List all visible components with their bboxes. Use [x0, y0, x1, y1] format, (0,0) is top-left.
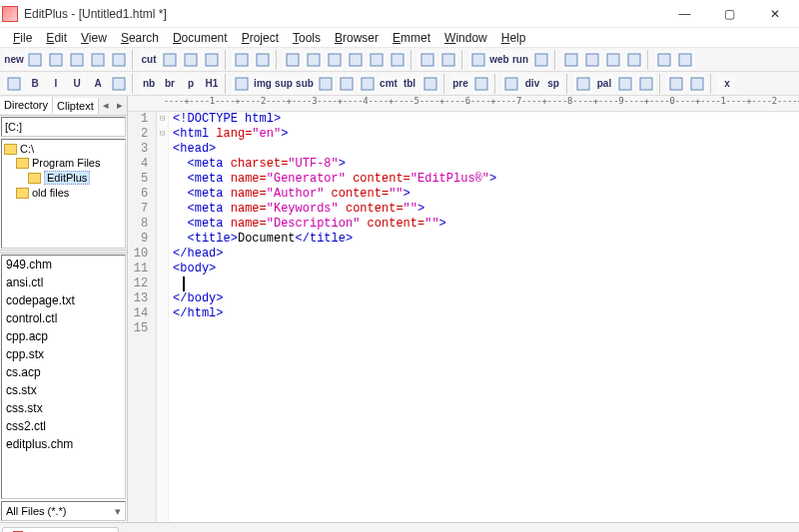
file-item[interactable]: css2.ctl [2, 417, 125, 435]
tool-run[interactable]: run [510, 50, 530, 70]
tool-saveall[interactable] [67, 50, 87, 70]
tool-edit[interactable] [573, 74, 593, 94]
side-splitter[interactable] [0, 250, 127, 254]
tree-node[interactable]: EditPlus [4, 170, 123, 186]
tool-find[interactable] [283, 50, 303, 70]
code-area[interactable]: 123456789101112131415 ⊟⊟ <!DOCTYPE html>… [128, 112, 799, 522]
tree-node[interactable]: C:\ [4, 142, 123, 156]
tool-record[interactable] [4, 74, 24, 94]
tool-note[interactable] [615, 74, 635, 94]
tool-p[interactable]: p [181, 74, 201, 94]
tool-undo[interactable] [232, 50, 252, 70]
file-item[interactable]: 949.chm [2, 256, 125, 273]
tool-copy[interactable] [160, 50, 180, 70]
tool-font[interactable] [501, 74, 521, 94]
tool-paste[interactable] [181, 50, 201, 70]
menu-emmet[interactable]: Emmet [386, 29, 437, 47]
tool-indent-l[interactable] [417, 50, 437, 70]
file-item[interactable]: editplus.chm [2, 435, 125, 453]
tool-x[interactable]: x [717, 74, 737, 94]
menu-tools[interactable]: Tools [286, 29, 328, 47]
tool-replace[interactable] [304, 50, 324, 70]
tool-win2[interactable] [582, 50, 602, 70]
tool-goto[interactable] [325, 50, 345, 70]
tool-preview[interactable] [109, 50, 129, 70]
tool-code[interactable] [337, 74, 357, 94]
menu-project[interactable]: Project [235, 29, 286, 47]
file-item[interactable]: css.stx [2, 399, 125, 417]
file-item[interactable]: control.ctl [2, 309, 125, 327]
tool-sup[interactable]: sup [274, 74, 294, 94]
file-item[interactable]: cpp.stx [2, 345, 125, 363]
menu-file[interactable]: File [6, 29, 39, 47]
tool-win1[interactable] [561, 50, 581, 70]
tool-lineno[interactable] [388, 50, 407, 70]
tool-tbl[interactable]: tbl [400, 74, 419, 94]
tool-list[interactable] [471, 74, 491, 94]
code-text[interactable]: <!DOCTYPE html><html lang="en"><head> <m… [169, 112, 799, 522]
tool-U[interactable]: U [67, 74, 87, 94]
tool-spell[interactable] [346, 50, 366, 70]
tool-indent-r[interactable] [438, 50, 458, 70]
tool-nb[interactable]: nb [139, 74, 159, 94]
file-item[interactable]: cs.acp [2, 363, 125, 381]
menu-view[interactable]: View [74, 29, 114, 47]
tool-win4[interactable] [624, 50, 644, 70]
tool-B[interactable]: B [25, 74, 45, 94]
tool-redo[interactable] [253, 50, 273, 70]
tool-save[interactable] [46, 50, 66, 70]
tool-new[interactable]: new [4, 50, 24, 70]
tool-sub[interactable]: sub [295, 74, 315, 94]
tool-div[interactable]: div [522, 74, 542, 94]
tool-opts[interactable] [654, 50, 674, 70]
tab-cliptext[interactable]: Cliptext [53, 98, 99, 114]
maximize-button[interactable]: ▢ [707, 0, 752, 28]
tool-sp[interactable]: sp [543, 74, 563, 94]
minimize-button[interactable]: — [662, 0, 707, 28]
menu-search[interactable]: Search [114, 29, 166, 47]
tool-A[interactable]: A [88, 74, 108, 94]
tool-open[interactable] [25, 50, 45, 70]
tool-cut[interactable]: cut [139, 50, 159, 70]
file-list[interactable]: 949.chmansi.ctlcodepage.txtcontrol.ctlcp… [1, 255, 126, 499]
fold-column[interactable]: ⊟⊟ [157, 112, 169, 522]
tool-help[interactable] [675, 50, 695, 70]
tool-anchor[interactable] [232, 74, 252, 94]
tool-quote[interactable] [358, 74, 378, 94]
tool-cmt[interactable]: cmt [379, 74, 399, 94]
tool-cfg2[interactable] [687, 74, 707, 94]
tool-cfg1[interactable] [666, 74, 686, 94]
directory-tree[interactable]: C:\Program FilesEditPlusold files [1, 139, 126, 249]
file-item[interactable]: codepage.txt [2, 291, 125, 309]
tool-I[interactable]: I [46, 74, 66, 94]
tree-node[interactable]: old files [4, 186, 123, 200]
file-item[interactable]: ansi.ctl [2, 273, 125, 291]
menu-document[interactable]: Document [166, 29, 235, 47]
tool-delete[interactable] [202, 50, 222, 70]
tool-term[interactable] [468, 50, 488, 70]
menu-help[interactable]: Help [494, 29, 533, 47]
tool-pal[interactable]: pal [594, 74, 614, 94]
tool-win3[interactable] [603, 50, 623, 70]
tool-pre[interactable]: pre [450, 74, 470, 94]
tool-strike[interactable] [316, 74, 336, 94]
tool-print[interactable] [88, 50, 108, 70]
tool-fill[interactable] [109, 74, 129, 94]
tab-prev-button[interactable]: ◂ [99, 99, 113, 112]
menu-edit[interactable]: Edit [39, 29, 74, 47]
document-tab[interactable]: Untitled1.html ✕ [2, 527, 119, 532]
tool-view[interactable] [636, 74, 656, 94]
tool-conf[interactable] [531, 50, 551, 70]
tool-br[interactable]: br [160, 74, 180, 94]
tool-wrap[interactable] [367, 50, 387, 70]
file-item[interactable]: cs.stx [2, 381, 125, 399]
file-item[interactable]: cpp.acp [2, 327, 125, 345]
drive-combo[interactable]: [C:] [1, 117, 126, 137]
tool-web[interactable]: web [489, 50, 509, 70]
menu-browser[interactable]: Browser [328, 29, 386, 47]
tree-node[interactable]: Program Files [4, 156, 123, 170]
tool-img[interactable]: img [253, 74, 273, 94]
menu-window[interactable]: Window [437, 29, 494, 47]
tool-H1[interactable]: H1 [202, 74, 222, 94]
tab-next-button[interactable]: ▸ [113, 99, 127, 112]
